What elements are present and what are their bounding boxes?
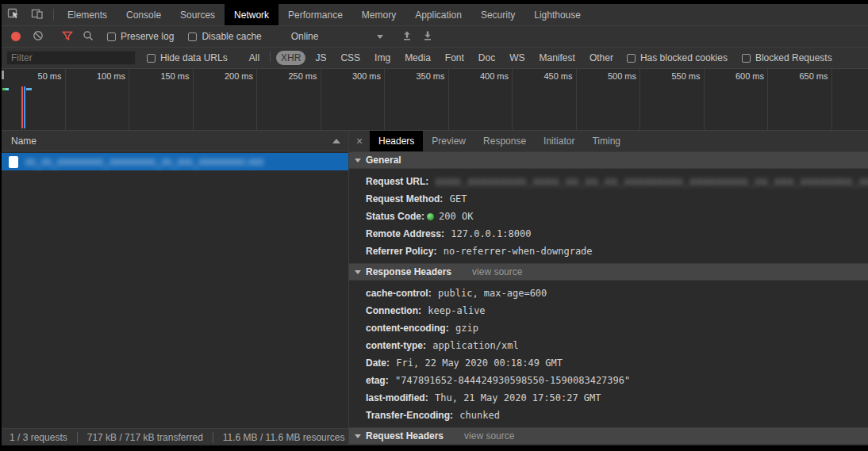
chevron-down-icon: [377, 35, 383, 39]
filter-input[interactable]: [6, 51, 136, 65]
request-method-row: Request Method: GET: [349, 190, 868, 208]
response-header-row: content-encoding: gzip: [349, 319, 868, 337]
details-tab-label: Timing: [592, 136, 620, 147]
resource-type-label: CSS: [340, 52, 360, 63]
response-header-row: last-modified: Thu, 21 May 2020 17:50:27…: [349, 389, 868, 407]
overview-left-handle[interactable]: [2, 71, 4, 79]
details-tab[interactable]: Headers: [370, 131, 423, 151]
preserve-log-label: Preserve log: [121, 31, 174, 42]
import-har-button[interactable]: [397, 30, 417, 44]
resource-type-filter[interactable]: Doc: [474, 51, 500, 65]
request-url-value-redacted: xxxx_xxxxxxxxx_xxxx_xx_xx_xx_xxxxxxxxx_x…: [436, 176, 868, 187]
triangle-down-icon: [355, 434, 361, 438]
response-header-row: content-type: application/xml: [349, 337, 868, 354]
main-tab-label: Memory: [362, 10, 396, 21]
request-row-selected[interactable]: xx_xx_xxxxxxxxx_xxxxxxxxx_xx_xxx_xxxxxxx…: [2, 153, 348, 170]
main-tab-label: Performance: [288, 10, 343, 21]
inspect-element-button[interactable]: [2, 4, 25, 25]
resource-type-filter[interactable]: CSS: [336, 51, 365, 65]
hide-data-urls-label: Hide data URLs: [160, 52, 228, 63]
status-bar-item: 1 / 3 requests: [10, 432, 78, 443]
details-tab[interactable]: Initiator: [535, 131, 583, 151]
funnel-icon: [62, 30, 73, 44]
main-tab[interactable]: Sources: [171, 4, 225, 25]
resource-type-label: WS: [509, 52, 524, 63]
filter-toggle-button[interactable]: [57, 30, 78, 44]
clear-icon: [33, 30, 44, 44]
general-section-header[interactable]: General: [349, 151, 868, 169]
has-blocked-cookies-checkbox[interactable]: Has blocked cookies: [627, 52, 728, 63]
name-column-header[interactable]: Name: [2, 131, 348, 151]
details-tab[interactable]: Timing: [583, 131, 629, 151]
clear-button[interactable]: [28, 30, 48, 44]
resource-type-filter[interactable]: All: [244, 51, 264, 65]
resource-type-label: Font: [445, 52, 464, 63]
request-headers-section-header[interactable]: Request Headers view source: [349, 427, 868, 445]
main-tab[interactable]: Security: [471, 4, 524, 25]
general-section-body: Request URL: xxxx_xxxxxxxxx_xxxx_xx_xx_x…: [349, 169, 868, 263]
resource-type-label: Other: [590, 52, 613, 63]
header-value: Thu, 21 May 2020 17:50:27 GMT: [435, 392, 601, 403]
checkbox-icon: [627, 54, 636, 63]
throttling-dropdown[interactable]: Online: [291, 31, 383, 42]
blocked-requests-label: Blocked Requests: [755, 52, 832, 63]
details-tabs: Headers Preview Response Initiator Timin…: [370, 131, 629, 151]
header-name: Transfer-Encoding:: [366, 410, 453, 421]
resource-type-filter[interactable]: Other: [585, 51, 618, 65]
main-tab-label: Network: [234, 10, 269, 21]
record-button[interactable]: [11, 32, 21, 41]
main-tab[interactable]: Memory: [352, 4, 405, 25]
resource-type-filter[interactable]: JS: [310, 51, 331, 65]
status-bar-item: 11.6 MB / 11.6 MB resources: [213, 432, 355, 443]
resource-type-filter[interactable]: Manifest: [535, 51, 580, 65]
bottom-black-strip: [0, 445, 868, 451]
resource-type-label: Doc: [478, 52, 495, 63]
network-overview-timeline[interactable]: 50 ms 100 ms 150 ms 200 ms 250 ms 300 ms…: [2, 68, 868, 131]
disable-cache-label: Disable cache: [202, 31, 261, 42]
details-tab[interactable]: Response: [474, 131, 535, 151]
resource-type-label: Img: [374, 52, 390, 63]
resource-type-label: Manifest: [540, 52, 575, 63]
disable-cache-checkbox[interactable]: Disable cache: [188, 31, 261, 42]
triangle-down-icon: [355, 159, 361, 162]
resource-type-filter[interactable]: Font: [440, 51, 469, 65]
resource-type-filter[interactable]: XHR: [276, 51, 305, 65]
hide-data-urls-checkbox[interactable]: Hide data URLs: [147, 52, 228, 63]
triangle-down-icon: [355, 270, 361, 274]
has-blocked-cookies-label: Has blocked cookies: [640, 52, 728, 63]
remote-address-value: 127.0.0.1:8000: [451, 228, 531, 239]
view-source-link[interactable]: view source: [472, 266, 522, 277]
resource-type-label: Media: [405, 52, 431, 63]
header-name: cache-control:: [366, 288, 432, 299]
status-code-label: Status Code:: [366, 211, 424, 222]
request-table-empty-area: [2, 170, 348, 428]
header-value: application/xml: [432, 340, 518, 351]
header-value: chunked: [459, 410, 500, 421]
search-button[interactable]: [78, 30, 98, 44]
timeline-tick: 600 ms: [705, 69, 769, 130]
main-tab[interactable]: Application: [405, 4, 471, 25]
close-details-button[interactable]: ×: [349, 131, 370, 151]
timeline-tick: 100 ms: [66, 69, 130, 130]
response-headers-section-header[interactable]: Response Headers view source: [349, 263, 868, 281]
header-value: "747891652-844424930598550-1590083427396…: [395, 375, 630, 386]
timeline-tick-label: 200 ms: [225, 71, 253, 81]
resource-type-filter[interactable]: Media: [400, 51, 436, 65]
blocked-requests-checkbox[interactable]: Blocked Requests: [742, 52, 832, 63]
resource-type-filter[interactable]: WS: [505, 51, 529, 65]
resource-type-label: All: [249, 52, 259, 63]
preserve-log-checkbox[interactable]: Preserve log: [107, 31, 174, 42]
details-tab[interactable]: Preview: [423, 131, 474, 151]
response-header-row: Transfer-Encoding: chunked: [349, 407, 868, 424]
timeline-tick: 200 ms: [194, 69, 258, 130]
resource-type-filter[interactable]: Img: [370, 51, 395, 65]
main-tab[interactable]: Console: [117, 4, 171, 25]
main-tab[interactable]: Performance: [278, 4, 352, 25]
main-tab[interactable]: Elements: [58, 4, 117, 25]
export-har-button[interactable]: [417, 30, 438, 44]
device-toolbar-button[interactable]: [25, 4, 49, 25]
main-tab[interactable]: Network: [225, 4, 278, 25]
response-header-row: Date: Fri, 22 May 2020 00:18:49 GMT: [349, 354, 868, 372]
main-tab[interactable]: Lighthouse: [524, 4, 590, 25]
view-source-link[interactable]: view source: [464, 430, 514, 441]
